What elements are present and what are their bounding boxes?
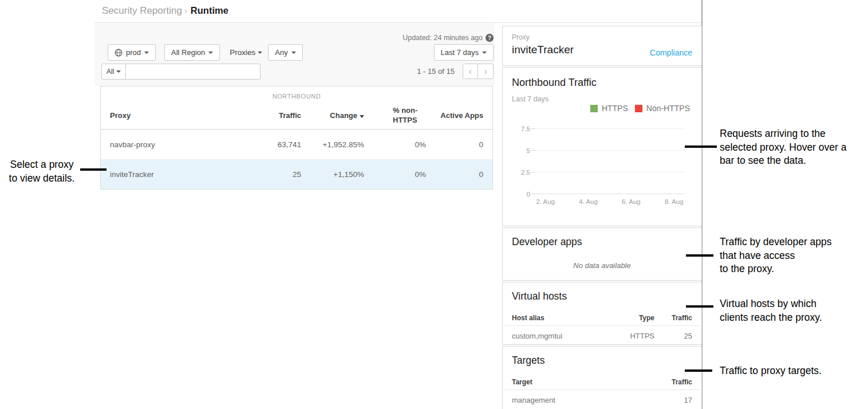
chart-bars [535, 129, 685, 194]
search-filter-label: All [106, 68, 114, 76]
virtual-hosts-title: Virtual hosts [512, 290, 567, 302]
proxies-label: Proxies [230, 48, 255, 57]
chevron-down-icon [116, 70, 121, 73]
proxy-detail-card: Proxy inviteTracker Compliance [502, 26, 702, 66]
chart-x-tick-label: 4. Aug [578, 198, 599, 205]
pagination-prev-button[interactable]: ‹ [463, 64, 478, 79]
callout-line-chart [685, 145, 717, 148]
annotation-line: selected proxy. Hover over a [720, 141, 846, 155]
breadcrumb: Security Reporting›Runtime [94, 0, 701, 23]
search-filter-dropdown[interactable]: All [101, 64, 126, 80]
legend-swatch-non-https [635, 105, 642, 112]
annotation-targets: Traffic to proxy targets. [720, 364, 822, 378]
chevron-down-icon [208, 52, 213, 54]
annotation-line: Select a proxy [0, 158, 84, 172]
annotation-virtual-hosts: Virtual hosts by which clients reach the… [720, 297, 822, 324]
virtual-hosts-header-row: Host alias Type Traffic [503, 310, 701, 326]
chart-x-tick-label: 8. Aug [664, 198, 685, 205]
screenshot-canvas: Security Reporting›Runtime Updated: 24 m… [0, 0, 868, 409]
callout-line-virtual-hosts [686, 305, 713, 308]
breadcrumb-separator: › [184, 6, 187, 15]
compliance-link[interactable]: Compliance [650, 48, 692, 57]
targets-header-row: Target Traffic [503, 374, 701, 390]
proxy-kicker: Proxy [512, 33, 692, 41]
cell-active-apps: 0 [426, 170, 492, 179]
chart-xaxis: 2. Aug4. Aug6. Aug8. Aug [535, 198, 685, 205]
pagination: 1 - 15 of 15 ‹ › [417, 64, 494, 79]
annotation-line: Requests arriving to the [720, 127, 846, 141]
targets-card: Targets Target Traffic management 17 [502, 346, 702, 409]
chart-title: Northbound Traffic [512, 77, 597, 89]
chevron-down-icon [144, 52, 149, 54]
filter-row-1: prod All Region Proxies Any [108, 44, 303, 61]
cell-non-https: 0% [364, 170, 426, 179]
legend-swatch-https [590, 105, 598, 112]
annotation-line: Virtual hosts by which [720, 297, 822, 311]
annotation-line: bar to see the data. [720, 154, 846, 168]
cell-proxy: inviteTracker [101, 170, 232, 179]
proxies-dropdown[interactable]: Proxies [230, 48, 262, 57]
environment-label: prod [126, 48, 141, 57]
annotation-line: to the proxy. [720, 262, 832, 276]
table-row[interactable]: navbar-proxy 63,741 +1,952.85% 0% 0 [101, 129, 492, 159]
annotation-line: Traffic to proxy targets. [720, 364, 822, 378]
col-header-change[interactable]: Change [301, 111, 364, 120]
help-icon[interactable]: ? [486, 34, 494, 42]
chevron-down-icon [482, 52, 487, 54]
table-header-row: Proxy Traffic Change % non-HTTPS Active … [101, 102, 492, 129]
cell-target: management [512, 396, 654, 404]
table-row-selected[interactable]: inviteTracker 25 +1,150% 0% 0 [101, 159, 492, 189]
annotation-select-proxy: Select a proxy to view details. [0, 158, 84, 185]
cell-proxy: navbar-proxy [101, 140, 232, 149]
cell-active-apps: 0 [426, 140, 492, 149]
time-range-label: Last 7 days [441, 48, 479, 57]
developer-apps-empty-message: No data available [503, 261, 701, 270]
chart-x-tick-label [556, 198, 577, 205]
chart-y-tick-label: 0 [507, 191, 530, 198]
filter-toolbar: Updated: 24 minutes ago ? prod All Regio… [94, 23, 495, 86]
region-dropdown[interactable]: All Region [164, 44, 220, 61]
col-header-proxy[interactable]: Proxy [101, 111, 232, 120]
legend-label-https: HTTPS [602, 104, 628, 113]
col-header-non-https-label: % non-HTTPS [393, 106, 426, 125]
targets-title: Targets [512, 355, 545, 367]
search-row: All [101, 64, 261, 80]
any-dropdown[interactable]: Any [268, 44, 302, 61]
chart-plot-area: 02.557.5 [535, 129, 685, 194]
northbound-traffic-card: Northbound Traffic Last 7 days HTTPS Non… [502, 67, 702, 226]
chart-x-tick-label [599, 198, 620, 205]
cell-traffic: 63,741 [232, 140, 301, 149]
cell-change: +1,952.85% [301, 140, 364, 149]
chart-y-tick-label: 5 [507, 147, 530, 154]
chart-subtitle: Last 7 days [512, 95, 549, 103]
chevron-down-icon [258, 52, 262, 54]
col-header-change-label: Change [330, 111, 357, 120]
col-header-non-https[interactable]: % non-HTTPS [364, 106, 426, 125]
developer-apps-card: Developer apps No data available [502, 227, 702, 281]
col-header-traffic: Traffic [654, 378, 692, 386]
time-range-dropdown[interactable]: Last 7 days [434, 44, 494, 61]
annotation-developer-apps: Traffic by developer apps that have acce… [720, 235, 832, 276]
chart-y-tick-label: 2.5 [507, 169, 530, 176]
col-header-active-apps[interactable]: Active Apps [426, 111, 492, 120]
annotation-line: Traffic by developer apps [720, 235, 832, 249]
table-group-header: NORTHBOUND [101, 86, 492, 102]
pagination-next-button[interactable]: › [478, 64, 494, 79]
search-input[interactable] [126, 64, 261, 80]
col-header-traffic[interactable]: Traffic [232, 111, 301, 120]
cell-traffic: 25 [232, 170, 301, 179]
col-header-host-alias: Host alias [512, 314, 611, 322]
col-header-target: Target [512, 378, 654, 386]
updated-text: Updated: 24 minutes ago [403, 34, 483, 42]
breadcrumb-section[interactable]: Security Reporting [102, 5, 182, 16]
annotation-line: clients reach the proxy. [720, 311, 822, 325]
chart-x-tick-label: 6. Aug [621, 198, 642, 205]
legend-item-non-https: Non-HTTPS [635, 104, 690, 113]
chart-legend: HTTPS Non-HTTPS [590, 104, 690, 113]
developer-apps-title: Developer apps [512, 236, 582, 248]
legend-label-non-https: Non-HTTPS [646, 104, 690, 113]
environment-dropdown[interactable]: prod [108, 44, 156, 61]
cell-type: HTTPS [611, 332, 654, 340]
cell-change: +1,150% [301, 170, 364, 179]
target-row: management 17 [503, 391, 701, 408]
